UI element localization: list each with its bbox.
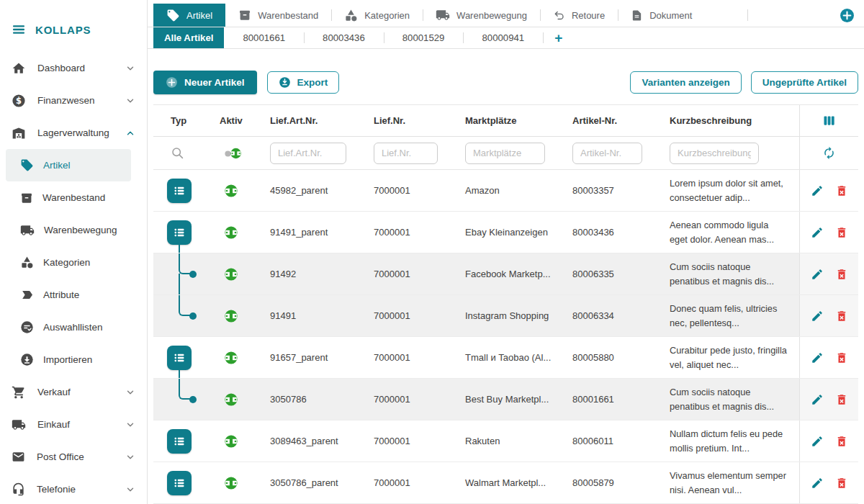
cell-lief-art-nr: 91657_parent: [264, 352, 368, 363]
sidebar-item-lagerverwaltung[interactable]: Lagerverwaltung: [0, 117, 147, 149]
edit-button[interactable]: [809, 475, 825, 491]
sidebar-item-warenbestand[interactable]: Warenbestand: [6, 181, 131, 214]
search-icon: [171, 146, 184, 160]
row-actions-cell: [799, 170, 858, 211]
tab-label: Dokument: [649, 10, 692, 21]
tab-label: Retoure: [572, 10, 605, 21]
sidebar-item-telefonie[interactable]: Telefonie: [0, 473, 147, 504]
sidebar-item-finanzwesen[interactable]: $Finanzwesen: [0, 84, 147, 117]
delete-button[interactable]: [834, 183, 850, 199]
typ-cell: [153, 295, 214, 336]
edit-button[interactable]: [809, 266, 825, 282]
chevron-down-icon: [125, 63, 135, 73]
lief-nr-filter-input[interactable]: [374, 143, 438, 164]
add-article-tab-button[interactable]: +: [543, 27, 574, 48]
edit-button[interactable]: [809, 308, 825, 324]
cell-lief-nr: 7000001: [368, 436, 459, 446]
sidebar-item-dashboard[interactable]: Dashboard: [0, 52, 147, 84]
delete-button[interactable]: [834, 266, 850, 282]
sidebar-item-label: Einkauf: [37, 419, 114, 430]
edit-button[interactable]: [809, 225, 825, 240]
cell-marktplaetze: Amazon: [459, 185, 567, 196]
tab-retoure[interactable]: Retoure: [540, 4, 618, 27]
tab-warenbewegung[interactable]: Warenbewegung: [423, 4, 540, 27]
cell-lief-art-nr: 91491_parent: [264, 227, 368, 238]
sidebar-item-label: Finanzwesen: [37, 95, 114, 106]
delete-button[interactable]: [834, 225, 850, 240]
new-article-button[interactable]: Neuer Artikel: [153, 71, 257, 94]
edit-button[interactable]: [809, 350, 825, 366]
row-actions-cell: [799, 337, 858, 378]
export-button[interactable]: Export: [267, 71, 340, 94]
delete-button[interactable]: [834, 392, 850, 408]
unchecked-articles-label: Ungeprüfte Artikel: [762, 77, 847, 88]
delete-button[interactable]: [834, 308, 850, 324]
kurzbeschreibung-filter-input[interactable]: [670, 143, 759, 164]
cell-artikel-nr: 80005879: [567, 477, 664, 488]
cell-kurzbeschreibung: Lorem ipsum dolor sit amet, consectetuer…: [664, 176, 799, 204]
tab-warenbestand[interactable]: Warenbestand: [225, 4, 331, 27]
marktplaetze-filter-input[interactable]: [465, 143, 545, 164]
row-actions-cell: [799, 212, 858, 253]
cell-lief-art-nr: 3050786: [264, 394, 368, 405]
active-filter-toggle[interactable]: [224, 146, 243, 161]
sidebar-item-label: Telefonie: [37, 484, 114, 495]
delete-icon: [835, 393, 848, 406]
tree-connector-line: [179, 274, 180, 294]
delete-button[interactable]: [834, 433, 850, 449]
delete-button[interactable]: [834, 350, 850, 366]
chevron-up-icon: [125, 128, 135, 138]
subtab-80003436[interactable]: 80003436: [304, 27, 384, 48]
edit-icon: [811, 226, 824, 239]
sidebar-item-einkauf[interactable]: Einkauf: [0, 408, 147, 441]
active-icon: [224, 267, 238, 282]
tab-kategorien[interactable]: Kategorien: [331, 4, 423, 27]
subtab-alle-artikel[interactable]: Alle Artikel: [153, 27, 224, 48]
delete-button[interactable]: [834, 475, 850, 491]
table-body: 45982_parent7000001Amazon80003357Lorem i…: [153, 170, 858, 504]
refresh-button[interactable]: [821, 145, 837, 161]
sidebar-item-label: Warenbestand: [42, 192, 131, 203]
column-settings-button[interactable]: [820, 112, 838, 130]
article-type-button[interactable]: [167, 471, 192, 495]
columns-icon: [822, 113, 837, 128]
cell-lief-nr: 7000001: [368, 477, 459, 488]
edit-icon: [811, 184, 824, 197]
edit-button[interactable]: [809, 183, 825, 199]
edit-button[interactable]: [809, 433, 825, 449]
article-type-button[interactable]: [167, 429, 192, 454]
sidebar-item-kategorien[interactable]: Kategorien: [6, 246, 131, 279]
subtab-80000941[interactable]: 80000941: [463, 27, 543, 48]
add-tab-button[interactable]: [840, 8, 855, 23]
show-variants-button[interactable]: Varianten anzeigen: [630, 71, 741, 94]
plus-circle-icon: [166, 76, 178, 89]
lief-art-nr-filter-input[interactable]: [270, 143, 346, 164]
article-type-button[interactable]: [167, 346, 192, 370]
subtab-80001661[interactable]: 80001661: [224, 27, 304, 48]
unchecked-articles-button[interactable]: Ungeprüfte Artikel: [751, 71, 858, 94]
sidebar-item-auswahllisten[interactable]: Auswahllisten: [6, 311, 131, 343]
category-icon: [344, 9, 358, 22]
article-type-button[interactable]: [167, 179, 192, 203]
return-icon: [553, 9, 565, 22]
typ-cell: [153, 170, 214, 211]
edit-button[interactable]: [809, 392, 825, 408]
active-icon: [224, 184, 238, 198]
hamburger-menu-icon[interactable]: [12, 22, 26, 37]
sidebar-item-artikel[interactable]: Artikel: [6, 149, 131, 181]
article-type-button[interactable]: [167, 220, 192, 245]
sidebar-item-attribute[interactable]: Attribute: [6, 279, 131, 311]
subtab-80001529[interactable]: 80001529: [384, 27, 464, 48]
tab-label: Kategorien: [364, 10, 410, 21]
tab-dokument[interactable]: Dokument: [618, 4, 705, 27]
filter-aktiv-cell: [214, 146, 264, 161]
sidebar-item-importieren[interactable]: Importieren: [6, 343, 131, 376]
sidebar-item-post-office[interactable]: Post Office: [0, 441, 147, 473]
table-row: 30507867000001Best Buy Marketpl...800016…: [153, 379, 858, 420]
artikel-nr-filter-input[interactable]: [572, 143, 642, 164]
sidebar-item-warenbewegung[interactable]: Warenbewegung: [6, 214, 131, 246]
list-icon: [172, 434, 186, 449]
sidebar-item-verkauf[interactable]: Verkauf: [0, 376, 147, 408]
tab-artikel[interactable]: Artikel: [153, 4, 225, 27]
label-arrow-icon: [20, 288, 34, 302]
